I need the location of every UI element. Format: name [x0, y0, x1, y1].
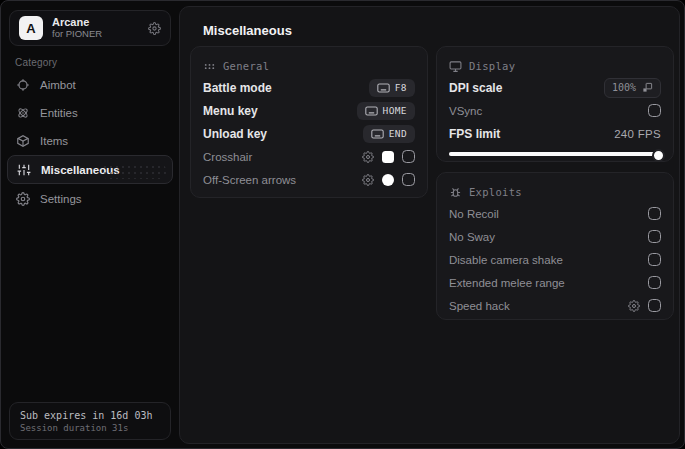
fps-limit-row: FPS limit 240 FPS [449, 122, 661, 145]
keybind-value: HOME [383, 105, 407, 116]
sub-expiry-text: Sub expires in 16d 03h [20, 410, 160, 421]
unload-key-label: Unload key [203, 127, 267, 141]
gear-icon[interactable] [148, 22, 161, 35]
fps-limit-label: FPS limit [449, 127, 500, 141]
display-panel: Display DPI scale 100% VSync FPS limit 2… [436, 46, 674, 162]
app-logo: A [19, 16, 43, 40]
fps-slider[interactable] [449, 149, 661, 159]
no-recoil-checkbox[interactable] [648, 207, 661, 220]
fps-limit-value: 240 FPS [614, 128, 661, 140]
menu-key-keybind[interactable]: HOME [357, 102, 415, 120]
disable-camera-shake-row: Disable camera shake [449, 248, 661, 271]
unload-key-keybind[interactable]: END [363, 125, 415, 143]
keyboard-icon [371, 129, 384, 139]
sidebar-item-label: Miscellaneous [41, 164, 120, 176]
app-window: A Arcane for PIONER Category Aimbot [0, 0, 685, 449]
category-label: Category [15, 57, 57, 68]
gear-icon[interactable] [362, 151, 374, 163]
general-panel-title: General [223, 60, 269, 72]
keyboard-icon [365, 106, 378, 116]
crosshair-label: Crosshair [203, 151, 252, 163]
battle-mode-row: Battle mode F8 [203, 76, 415, 99]
vsync-row: VSync [449, 99, 661, 122]
sidebar-item-label: Aimbot [40, 79, 76, 91]
keybind-value: F8 [395, 82, 407, 93]
sidebar-item-settings[interactable]: Settings [7, 185, 173, 212]
speed-hack-checkbox[interactable] [648, 299, 661, 312]
battle-mode-label: Battle mode [203, 81, 272, 95]
crosshair-checkbox[interactable] [402, 150, 415, 163]
gear-icon [16, 192, 30, 206]
offscreen-arrows-label: Off-Screen arrows [203, 174, 296, 186]
offscreen-arrows-color-swatch[interactable] [382, 174, 394, 186]
speed-hack-label: Speed hack [449, 300, 510, 312]
keybind-value: END [389, 128, 407, 139]
exploits-panel-header: Exploits [449, 182, 661, 202]
disable-camera-shake-checkbox[interactable] [648, 253, 661, 266]
extended-melee-range-row: Extended melee range [449, 271, 661, 294]
monitor-icon [449, 60, 462, 73]
sidebar-item-entities[interactable]: Entities [7, 99, 173, 126]
menu-key-row: Menu key HOME [203, 99, 415, 122]
no-recoil-label: No Recoil [449, 208, 499, 220]
slider-knob[interactable] [652, 149, 665, 162]
scale-icon [642, 82, 653, 93]
dpi-scale-row: DPI scale 100% [449, 76, 661, 99]
sidebar-item-label: Items [40, 135, 68, 147]
sidebar-item-miscellaneous[interactable]: Miscellaneous [7, 155, 173, 184]
extended-melee-range-label: Extended melee range [449, 277, 565, 289]
gear-icon[interactable] [362, 174, 374, 186]
crosshair-color-swatch[interactable] [382, 151, 394, 163]
atom-icon [16, 106, 30, 120]
gear-icon[interactable] [628, 300, 640, 312]
general-panel-header: General [203, 56, 415, 76]
no-sway-row: No Sway [449, 225, 661, 248]
unload-key-row: Unload key END [203, 122, 415, 145]
sidebar-item-label: Entities [40, 107, 78, 119]
keyboard-icon [377, 83, 390, 93]
brand-text: Arcane for PIONER [52, 16, 139, 41]
sidebar-item-items[interactable]: Items [7, 127, 173, 154]
main-content: Miscellaneous General Battle mode F8 [179, 6, 680, 444]
sidebar-item-aimbot[interactable]: Aimbot [7, 71, 173, 98]
subscription-card: Sub expires in 16d 03h Session duration … [9, 402, 171, 440]
dpi-scale-value: 100% [612, 82, 636, 93]
display-panel-header: Display [449, 56, 661, 76]
app-subtitle: for PIONER [52, 29, 139, 40]
crosshair-row: Crosshair [203, 145, 415, 168]
sidebar-nav: Aimbot Entities Items Miscellaneous [7, 71, 173, 213]
vsync-label: VSync [449, 105, 482, 117]
slider-fill [449, 152, 655, 156]
dpi-scale-value-badge[interactable]: 100% [604, 78, 661, 98]
exploits-panel: Exploits No Recoil No Sway Disable camer… [436, 172, 674, 320]
menu-key-label: Menu key [203, 104, 258, 118]
sidebar-item-label: Settings [40, 193, 82, 205]
battle-mode-keybind[interactable]: F8 [369, 79, 415, 97]
package-icon [16, 134, 30, 148]
brand-card: A Arcane for PIONER [9, 10, 171, 46]
crosshair-icon [16, 78, 30, 92]
display-panel-title: Display [469, 60, 515, 72]
general-panel: General Battle mode F8 Menu key HOME [190, 46, 428, 198]
session-duration-text: Session duration 31s [20, 423, 160, 433]
no-sway-checkbox[interactable] [648, 230, 661, 243]
page-title: Miscellaneous [203, 23, 292, 38]
sidebar: A Arcane for PIONER Category Aimbot [1, 1, 179, 448]
dpi-scale-label: DPI scale [449, 81, 502, 95]
exploits-panel-title: Exploits [469, 186, 522, 198]
app-name: Arcane [52, 16, 139, 29]
vsync-checkbox[interactable] [648, 104, 661, 117]
offscreen-arrows-checkbox[interactable] [402, 173, 415, 186]
speed-hack-row: Speed hack [449, 294, 661, 317]
bug-icon [449, 186, 462, 199]
grid-dots-icon [203, 60, 216, 73]
extended-melee-range-checkbox[interactable] [648, 276, 661, 289]
no-recoil-row: No Recoil [449, 202, 661, 225]
disable-camera-shake-label: Disable camera shake [449, 254, 563, 266]
sliders-icon [17, 163, 31, 177]
no-sway-label: No Sway [449, 231, 495, 243]
offscreen-arrows-row: Off-Screen arrows [203, 168, 415, 191]
